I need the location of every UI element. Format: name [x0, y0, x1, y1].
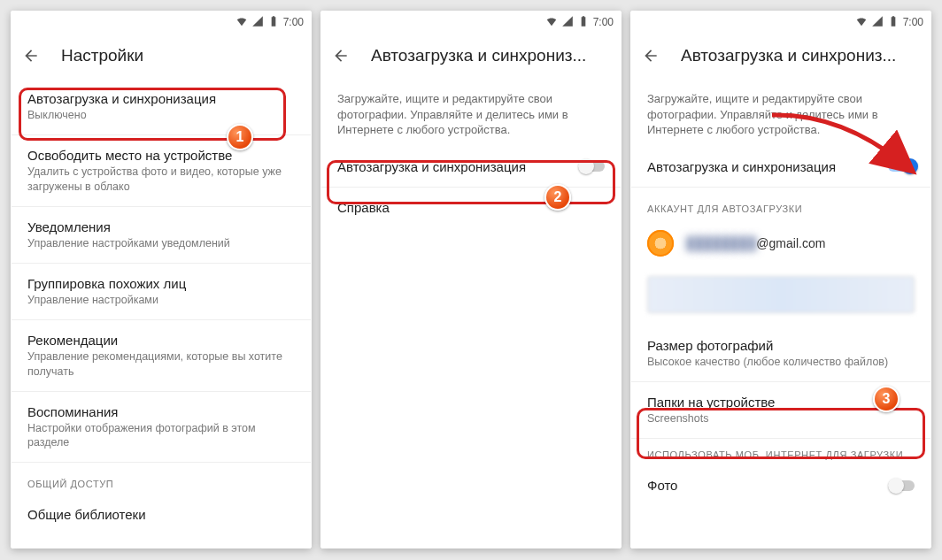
- section-account: АККАУНТ ДЛЯ АВТОЗАГРУЗКИ: [631, 188, 930, 219]
- account-email: ████████@gmail.com: [686, 236, 825, 250]
- section-sharing: ОБЩИЙ ДОСТУП: [12, 463, 311, 495]
- item-title: Группировка похожих лиц: [27, 276, 295, 291]
- back-button[interactable]: [20, 45, 42, 66]
- signal-icon: [561, 15, 574, 30]
- item-sub: Управление настройками уведомлений: [27, 236, 295, 250]
- toggle-backup-sync[interactable]: Автозагрузка и синхронизация: [631, 147, 930, 188]
- page-title: Автозагрузка и синхрониз...: [681, 46, 896, 65]
- status-bar: 7:00: [321, 12, 621, 33]
- battery-icon: [577, 15, 590, 30]
- item-shared-libs[interactable]: Общие библиотеки: [12, 495, 311, 534]
- item-title: Рекомендации: [27, 333, 295, 348]
- item-title: Освободить место на устройстве: [27, 148, 295, 163]
- signal-icon: [871, 15, 884, 30]
- item-suggestions[interactable]: Рекомендации Управление рекомендациями, …: [12, 320, 311, 392]
- item-help[interactable]: Справка: [321, 188, 621, 227]
- screen-backup-sync-off: 7:00 Автозагрузка и синхрониз... Загружа…: [320, 11, 622, 548]
- item-device-folders[interactable]: Папки на устройстве Screenshots: [631, 382, 930, 439]
- content: Загружайте, ищите и редактируйте свои фо…: [321, 79, 621, 548]
- appbar: Автозагрузка и синхрониз...: [631, 33, 930, 79]
- item-sub: Управление настройками: [27, 293, 295, 307]
- back-button[interactable]: [330, 45, 351, 66]
- status-time: 7:00: [593, 16, 614, 28]
- item-upload-size[interactable]: Размер фотографий Высокое качество (любо…: [631, 326, 930, 382]
- status-bar: 7:00: [12, 12, 311, 33]
- toggle-label: Автозагрузка и синхронизация: [337, 159, 605, 174]
- switch-off[interactable]: [578, 158, 608, 174]
- email-domain: @gmail.com: [756, 236, 825, 250]
- appbar: Настройки: [12, 33, 311, 79]
- item-title: Общие библиотеки: [27, 507, 295, 522]
- item-title: Уведомления: [27, 219, 295, 234]
- toggle-mobile-photo[interactable]: Фото: [631, 465, 930, 505]
- item-title: Воспоминания: [27, 404, 295, 419]
- battery-icon: [887, 15, 900, 30]
- status-bar: 7:00: [631, 12, 930, 33]
- item-title: Справка: [337, 200, 605, 215]
- account-row[interactable]: ████████@gmail.com: [631, 219, 930, 267]
- wifi-icon: [236, 15, 248, 30]
- wifi-icon: [545, 15, 558, 30]
- account-button-blurred[interactable]: [647, 276, 915, 313]
- status-time: 7:00: [283, 16, 304, 28]
- avatar: [647, 230, 674, 257]
- toggle-label: Фото: [647, 478, 915, 493]
- screen-settings: 7:00 Настройки Автозагрузка и синхрониза…: [11, 11, 312, 548]
- item-memories[interactable]: Воспоминания Настройки отображения фотог…: [12, 392, 311, 464]
- toggle-label: Автозагрузка и синхронизация: [647, 159, 915, 174]
- item-sub: Screenshots: [647, 411, 915, 426]
- appbar: Автозагрузка и синхрониз...: [321, 33, 621, 79]
- back-button[interactable]: [640, 45, 661, 66]
- page-title: Настройки: [61, 46, 143, 65]
- screen-backup-sync-on: 7:00 Автозагрузка и синхрониз... Загружа…: [630, 11, 931, 548]
- description-text: Загружайте, ищите и редактируйте свои фо…: [631, 79, 930, 147]
- wifi-icon: [855, 15, 868, 30]
- item-notifications[interactable]: Уведомления Управление настройками уведо…: [12, 207, 311, 264]
- item-title: Папки на устройстве: [647, 395, 915, 410]
- email-user-blurred: ████████: [686, 236, 756, 250]
- battery-icon: [267, 15, 280, 30]
- item-sub: Выключено: [27, 108, 295, 122]
- item-sub: Удалить с устройства фото и видео, котор…: [27, 165, 295, 194]
- settings-list: Автозагрузка и синхронизация Выключено О…: [12, 79, 311, 548]
- content: Загружайте, ищите и редактируйте свои фо…: [631, 79, 930, 548]
- toggle-backup-sync[interactable]: Автозагрузка и синхронизация: [321, 147, 621, 188]
- item-title: Автозагрузка и синхронизация: [27, 91, 295, 106]
- page-title: Автозагрузка и синхрониз...: [371, 46, 586, 65]
- description-text: Загружайте, ищите и редактируйте свои фо…: [321, 79, 621, 147]
- switch-off[interactable]: [888, 478, 918, 494]
- item-title: Размер фотографий: [647, 338, 915, 353]
- signal-icon: [251, 15, 264, 30]
- item-face-grouping[interactable]: Группировка похожих лиц Управление настр…: [12, 264, 311, 320]
- item-backup-sync[interactable]: Автозагрузка и синхронизация Выключено: [12, 79, 311, 135]
- status-time: 7:00: [903, 16, 923, 28]
- switch-on[interactable]: [888, 158, 918, 174]
- item-free-space[interactable]: Освободить место на устройстве Удалить с…: [12, 135, 311, 207]
- section-mobile-data: ИСПОЛЬЗОВАТЬ МОБ. ИНТЕРНЕТ ДЛЯ ЗАГРУЗКИ: [631, 439, 930, 465]
- item-sub: Настройки отображения фотографий в этом …: [27, 421, 295, 450]
- item-sub: Управление рекомендациями, которые вы хо…: [27, 349, 295, 379]
- item-sub: Высокое качество (любое количество файло…: [647, 355, 915, 369]
